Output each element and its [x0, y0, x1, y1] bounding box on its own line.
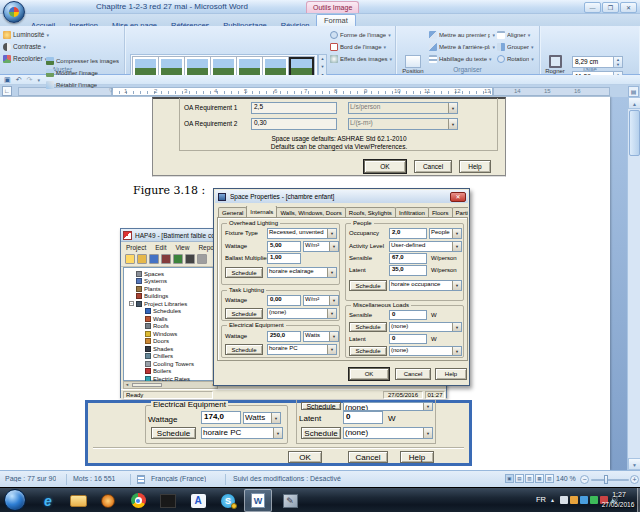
- oa-req1-unit-combo[interactable]: L/s/person▼: [348, 102, 458, 114]
- fig3-schedule-left-button[interactable]: Schedule: [151, 427, 196, 439]
- contrast-button[interactable]: Contraste▾: [3, 41, 46, 52]
- align-button[interactable]: Aligner▾: [497, 29, 539, 40]
- occupancy-value[interactable]: 2,0: [389, 228, 427, 239]
- ruler-toggle-button[interactable]: ▤: [628, 86, 639, 97]
- task-schedule-button[interactable]: Schedule: [225, 308, 263, 319]
- fig3-schedule-right-combo[interactable]: (none)▼: [343, 427, 433, 439]
- tree-item-windows[interactable]: Windows: [145, 330, 177, 337]
- space-help-button[interactable]: Help: [435, 368, 467, 380]
- people-schedule-button[interactable]: Schedule: [349, 280, 387, 291]
- tree-hscrollbar[interactable]: ◄►: [123, 381, 218, 389]
- book-icon[interactable]: [161, 254, 171, 264]
- word-count[interactable]: Mots : 16 551: [73, 475, 115, 482]
- oa-req2-value[interactable]: 0,30: [251, 118, 337, 130]
- misc-schedule2-button[interactable]: Schedule: [349, 346, 387, 356]
- tree-item-cooling-towers[interactable]: Cooling Towers: [145, 360, 194, 367]
- web-view-button[interactable]: ▥: [525, 474, 534, 483]
- zoom-level[interactable]: 140 %: [556, 475, 576, 482]
- tree-item-buildings[interactable]: Buildings: [136, 293, 168, 300]
- scroll-up-icon[interactable]: ▲: [628, 97, 640, 109]
- taskbar-icon-graphics[interactable]: ✎: [276, 489, 304, 512]
- occupancy-unit-combo[interactable]: People▼: [429, 228, 462, 239]
- language-indicator[interactable]: Français (France): [151, 475, 206, 482]
- fig3-wattage-unit-combo[interactable]: Watts▼: [243, 412, 281, 424]
- save-icon[interactable]: ▣: [4, 76, 11, 84]
- misc-latent-value[interactable]: 0: [389, 334, 427, 344]
- space-cancel-button[interactable]: Cancel: [395, 368, 431, 380]
- undo-icon[interactable]: ↶: [16, 76, 22, 84]
- tray-icon-3[interactable]: [580, 496, 588, 504]
- print-layout-view-button[interactable]: ▣: [505, 474, 514, 483]
- fig3-cancel-button[interactable]: Cancel: [348, 451, 388, 463]
- height-spinner[interactable]: 8,29 cm ▲▼: [572, 56, 623, 68]
- fig3-schedule-right-button[interactable]: Schedule: [301, 427, 341, 439]
- height-spin-buttons[interactable]: ▲▼: [614, 56, 623, 68]
- oh-schedule-combo[interactable]: horaire eclairage▼: [267, 267, 337, 278]
- people-schedule-combo[interactable]: horaire occupance▼: [389, 280, 462, 291]
- tree-item-project-libraries[interactable]: Project Libraries: [136, 300, 187, 307]
- ee-schedule-button[interactable]: Schedule: [225, 344, 263, 355]
- oa-req1-value[interactable]: 2,5: [251, 102, 337, 114]
- close-icon[interactable]: ✕: [450, 192, 466, 202]
- taskbar-icon-media[interactable]: [94, 489, 122, 512]
- fig3-schedule-top-button[interactable]: Schedule: [301, 402, 341, 410]
- page-indicator[interactable]: Page : 77 sur 90: [5, 475, 56, 482]
- close-button[interactable]: ✕: [620, 2, 637, 13]
- zoom-in-button[interactable]: +: [630, 475, 639, 484]
- latent-value[interactable]: 35,0: [389, 265, 427, 276]
- ee-wattage-value[interactable]: 250,0: [267, 331, 301, 342]
- fig3-ok-button[interactable]: OK: [288, 451, 322, 463]
- menu-project[interactable]: Project: [126, 244, 146, 251]
- fixture-type-combo[interactable]: Recessed, unvented▼: [267, 228, 337, 239]
- oa-help-button[interactable]: Help: [459, 160, 491, 173]
- tree-item-plants[interactable]: Plants: [136, 285, 161, 292]
- send-to-back-button[interactable]: Mettre à l'arrière-plan▾: [429, 41, 495, 52]
- language-fr[interactable]: FR: [536, 495, 546, 504]
- picture-border-button[interactable]: Bord de l'image▾: [330, 41, 394, 52]
- qat-more-icon[interactable]: ▾: [37, 77, 40, 83]
- task-wattage-unit-combo[interactable]: W/m²▼: [303, 295, 339, 306]
- clock-date[interactable]: 27/05/2016: [598, 501, 638, 508]
- oa-ok-button[interactable]: OK: [364, 160, 406, 173]
- taskbar-icon-word[interactable]: W: [244, 489, 272, 512]
- task-wattage-value[interactable]: 0,00: [267, 295, 301, 306]
- menu-view[interactable]: View: [175, 244, 189, 251]
- oh-wattage-unit-combo[interactable]: W/m²▼: [303, 241, 339, 252]
- misc-schedule2-combo[interactable]: (none)▼: [389, 346, 462, 356]
- chart-icon[interactable]: [185, 254, 195, 264]
- proofing-icon[interactable]: [137, 475, 145, 484]
- oa-cancel-button[interactable]: Cancel: [414, 160, 452, 173]
- scroll-thumb[interactable]: [629, 110, 640, 156]
- rotate-button[interactable]: Rotation▾: [497, 53, 539, 64]
- tree-item-walls[interactable]: Walls: [145, 315, 167, 322]
- tree-item-systems[interactable]: Systems: [136, 278, 167, 285]
- ee-schedule-combo[interactable]: horaire PC▼: [267, 344, 337, 355]
- fig3-wattage-value[interactable]: 174,0: [201, 411, 241, 424]
- sensible-value[interactable]: 67,0: [389, 253, 427, 264]
- brightness-button[interactable]: Luminosité▾: [3, 29, 49, 40]
- zoom-slider-thumb[interactable]: [604, 475, 608, 484]
- open-icon[interactable]: [137, 254, 147, 264]
- tray-icon-1[interactable]: [560, 496, 568, 504]
- tab-selector[interactable]: ∟: [2, 86, 12, 96]
- document-vscrollbar[interactable]: ▲ ▼: [627, 97, 640, 470]
- tree-item-chillers[interactable]: Chillers: [145, 353, 173, 360]
- picture-effects-button[interactable]: Effets des images▾: [330, 53, 394, 64]
- tree-item-doors[interactable]: Doors: [145, 338, 169, 345]
- fig3-schedule-left-combo[interactable]: horaire PC▼: [201, 427, 283, 439]
- oh-schedule-button[interactable]: Schedule: [225, 267, 263, 278]
- fig3-latent-value[interactable]: 0: [343, 411, 383, 424]
- tray-icon-2[interactable]: [570, 496, 578, 504]
- taskbar-icon-skype[interactable]: S: [214, 489, 242, 512]
- bring-to-front-button[interactable]: Mettre au premier plan▾: [429, 29, 495, 40]
- group-button[interactable]: Grouper▾: [497, 41, 539, 52]
- report-icon[interactable]: [173, 254, 183, 264]
- minimize-button[interactable]: —: [584, 2, 601, 13]
- fig3-help-button[interactable]: Help: [400, 451, 434, 463]
- office-button[interactable]: [3, 1, 25, 23]
- task-schedule-combo[interactable]: (none)▼: [267, 308, 337, 319]
- misc-schedule1-button[interactable]: Schedule: [349, 322, 387, 332]
- scroll-down-icon[interactable]: ▼: [628, 458, 640, 470]
- oa-req2-unit-combo[interactable]: L/(s-m²)▼: [348, 118, 458, 130]
- figure-selected-image[interactable]: Electrical Equipment Wattage 174,0 Watts…: [85, 400, 472, 466]
